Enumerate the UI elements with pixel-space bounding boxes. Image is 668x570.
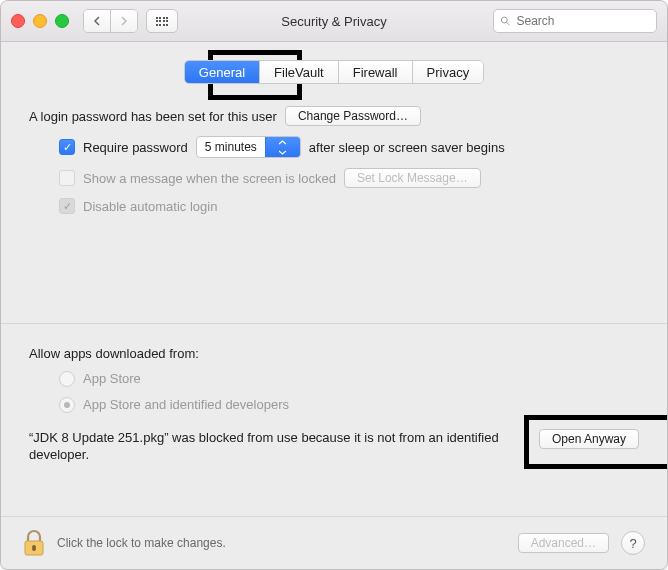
tab-filevault[interactable]: FileVault — [259, 61, 338, 83]
advanced-button: Advanced… — [518, 533, 609, 553]
download-opt-identified-row: App Store and identified developers — [29, 397, 639, 413]
svg-point-0 — [501, 17, 507, 23]
section-divider — [1, 323, 667, 324]
search-input[interactable] — [515, 13, 650, 29]
login-section: A login password has been set for this u… — [29, 106, 639, 224]
minimize-window-button[interactable] — [33, 14, 47, 28]
security-privacy-window: Security & Privacy General FileVault Fir… — [0, 0, 668, 570]
after-sleep-text: after sleep or screen saver begins — [309, 140, 505, 155]
tab-bar: General FileVault Firewall Privacy — [184, 60, 484, 84]
help-button[interactable]: ? — [621, 531, 645, 555]
close-window-button[interactable] — [11, 14, 25, 28]
svg-rect-3 — [32, 545, 36, 551]
download-heading: Allow apps downloaded from: — [29, 346, 199, 361]
footer-bar: Click the lock to make changes. Advanced… — [1, 516, 667, 569]
tab-firewall[interactable]: Firewall — [338, 61, 412, 83]
lock-icon[interactable] — [23, 529, 45, 557]
search-field[interactable] — [493, 9, 657, 33]
disable-auto-login-checkbox — [59, 198, 75, 214]
chevron-right-icon — [120, 16, 128, 26]
blocked-app-message: “JDK 8 Update 251.pkg” was blocked from … — [29, 429, 519, 464]
lock-message: Click the lock to make changes. — [57, 536, 226, 550]
content-pane: General FileVault Firewall Privacy A log… — [1, 42, 667, 516]
show-message-row: Show a message when the screen is locked… — [29, 168, 639, 188]
require-password-delay-value: 5 minutes — [197, 137, 265, 157]
require-password-checkbox[interactable] — [59, 139, 75, 155]
show-all-button[interactable] — [146, 9, 178, 33]
question-icon: ? — [629, 536, 636, 551]
download-heading-row: Allow apps downloaded from: — [29, 346, 639, 361]
open-anyway-button[interactable]: Open Anyway — [539, 429, 639, 449]
window-toolbar: Security & Privacy — [1, 1, 667, 42]
radio-identified-label: App Store and identified developers — [83, 397, 289, 412]
set-lock-message-button: Set Lock Message… — [344, 168, 481, 188]
show-message-checkbox — [59, 170, 75, 186]
svg-line-1 — [507, 22, 510, 25]
show-message-label: Show a message when the screen is locked — [83, 171, 336, 186]
radio-identified — [59, 397, 75, 413]
nav-back-forward — [83, 9, 138, 33]
radio-appstore — [59, 371, 75, 387]
window-controls — [11, 14, 69, 28]
tab-general[interactable]: General — [185, 61, 259, 83]
back-button[interactable] — [84, 10, 110, 32]
grid-icon — [156, 17, 169, 26]
select-stepper-icon — [265, 137, 300, 157]
password-set-row: A login password has been set for this u… — [29, 106, 639, 126]
password-set-text: A login password has been set for this u… — [29, 109, 277, 124]
forward-button[interactable] — [110, 10, 137, 32]
require-password-label: Require password — [83, 140, 188, 155]
require-password-row: Require password 5 minutes after sleep o… — [29, 136, 639, 158]
zoom-window-button[interactable] — [55, 14, 69, 28]
download-opt-appstore-row: App Store — [29, 371, 639, 387]
change-password-button[interactable]: Change Password… — [285, 106, 421, 126]
open-anyway-wrap: Open Anyway — [539, 429, 639, 449]
chevron-left-icon — [93, 16, 101, 26]
search-icon — [500, 15, 511, 27]
require-password-delay-select[interactable]: 5 minutes — [196, 136, 301, 158]
disable-auto-login-label: Disable automatic login — [83, 199, 217, 214]
disable-auto-login-row: Disable automatic login — [29, 198, 639, 214]
download-section: Allow apps downloaded from: App Store Ap… — [29, 346, 639, 464]
tab-row: General FileVault Firewall Privacy — [29, 60, 639, 84]
tab-privacy[interactable]: Privacy — [412, 61, 484, 83]
radio-appstore-label: App Store — [83, 371, 141, 386]
blocked-app-row: “JDK 8 Update 251.pkg” was blocked from … — [29, 429, 639, 464]
